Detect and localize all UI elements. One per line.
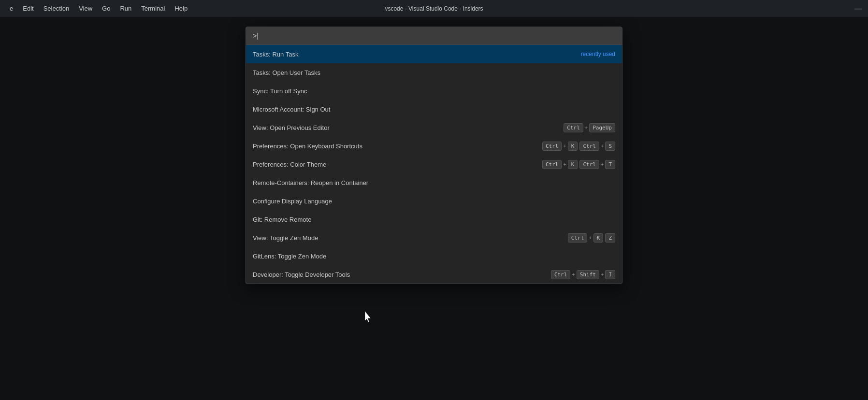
kbd-group-2: Ctrl + S	[579, 142, 615, 151]
command-input-wrapper	[246, 27, 622, 45]
kbd-group-2: Ctrl + T	[579, 160, 615, 169]
command-item-label: Sync: Turn off Sync	[253, 87, 615, 95]
command-item-tasks-run-task[interactable]: Tasks: Run Task recently used	[246, 45, 622, 63]
kbd-plus: +	[563, 161, 566, 167]
command-item-label: Preferences: Color Theme	[253, 161, 542, 168]
command-item-shortcut: Ctrl + Shift + I	[551, 270, 615, 279]
kbd-group-dev: Ctrl + Shift + I	[551, 270, 615, 279]
command-item-remote-reopen[interactable]: Remote-Containers: Reopen in Container	[246, 173, 622, 192]
command-item-shortcut: Ctrl + K Ctrl + S	[542, 142, 615, 151]
command-item-label: View: Toggle Zen Mode	[253, 234, 568, 242]
kbd-k: K	[568, 142, 578, 151]
menu-item-edit[interactable]: Edit	[19, 3, 37, 14]
command-palette-overlay: Tasks: Run Task recently used Tasks: Ope…	[0, 17, 868, 400]
command-item-label: GitLens: Toggle Zen Mode	[253, 253, 615, 260]
command-input[interactable]	[250, 30, 618, 42]
command-item-label: Microsoft Account: Sign Out	[253, 106, 615, 113]
command-item-label: Developer: Toggle Developer Tools	[253, 271, 551, 278]
command-item-prefs-keyboard[interactable]: Preferences: Open Keyboard Shortcuts Ctr…	[246, 137, 622, 155]
kbd-plus: +	[589, 235, 592, 241]
kbd-ctrl: Ctrl	[579, 142, 599, 151]
kbd-i: I	[605, 270, 615, 279]
command-item-label: View: Open Previous Editor	[253, 124, 564, 131]
menu-item-file[interactable]: e	[6, 3, 17, 14]
command-item-label: Preferences: Open Keyboard Shortcuts	[253, 143, 542, 150]
kbd-plus: +	[601, 271, 604, 277]
command-item-sync-turn-off[interactable]: Sync: Turn off Sync	[246, 82, 622, 100]
main-content: Tasks: Run Task recently used Tasks: Ope…	[0, 17, 868, 400]
kbd-ctrl: Ctrl	[568, 233, 588, 243]
minimize-button[interactable]: —	[854, 4, 862, 13]
command-item-right: recently used	[581, 51, 615, 57]
kbd-t: T	[605, 160, 615, 169]
kbd-plus: +	[601, 161, 604, 167]
command-item-tasks-open-user-tasks[interactable]: Tasks: Open User Tasks	[246, 63, 622, 82]
command-item-gitlens-toggle-zen[interactable]: GitLens: Toggle Zen Mode	[246, 247, 622, 265]
command-item-microsoft-sign-out[interactable]: Microsoft Account: Sign Out	[246, 100, 622, 118]
command-item-view-open-prev-editor[interactable]: View: Open Previous Editor Ctrl + PageUp	[246, 118, 622, 137]
kbd-ctrl: Ctrl	[564, 123, 583, 132]
kbd-plus: +	[563, 143, 566, 149]
kbd-ctrl: Ctrl	[551, 270, 571, 279]
command-item-shortcut: Ctrl + K Ctrl + T	[542, 160, 615, 169]
command-item-label: Tasks: Open User Tasks	[253, 69, 615, 76]
command-item-label: Git: Remove Remote	[253, 216, 615, 223]
menu-item-terminal[interactable]: Terminal	[137, 3, 169, 14]
kbd-plus: +	[585, 125, 588, 130]
command-palette: Tasks: Run Task recently used Tasks: Ope…	[246, 27, 622, 284]
recently-used-badge: recently used	[581, 51, 615, 57]
kbd-group-1: Ctrl + K	[568, 233, 604, 243]
menu-item-help[interactable]: Help	[171, 3, 191, 14]
kbd-ctrl: Ctrl	[579, 160, 599, 169]
kbd-group: Ctrl + PageUp	[564, 123, 615, 132]
command-item-configure-display-language[interactable]: Configure Display Language	[246, 192, 622, 210]
kbd-group-1: Ctrl + K	[542, 160, 578, 169]
menu-item-go[interactable]: Go	[98, 3, 114, 14]
command-item-shortcut: Ctrl + K Z	[568, 233, 615, 243]
titlebar: e Edit Selection View Go Run Terminal He…	[0, 0, 868, 17]
menu-item-run[interactable]: Run	[116, 3, 135, 14]
menu-item-selection[interactable]: Selection	[40, 3, 73, 14]
kbd-pageup: PageUp	[589, 123, 615, 132]
command-item-dev-toggle-tools[interactable]: Developer: Toggle Developer Tools Ctrl +…	[246, 265, 622, 284]
command-list: Tasks: Run Task recently used Tasks: Ope…	[246, 45, 622, 284]
kbd-k: K	[568, 160, 578, 169]
kbd-ctrl: Ctrl	[542, 160, 562, 169]
command-item-view-toggle-zen[interactable]: View: Toggle Zen Mode Ctrl + K Z	[246, 229, 622, 247]
command-item-label: Remote-Containers: Reopen in Container	[253, 179, 615, 186]
kbd-plus: +	[601, 143, 604, 149]
kbd-k: K	[593, 233, 604, 243]
kbd-ctrl: Ctrl	[542, 142, 562, 151]
command-item-label: Tasks: Run Task	[253, 51, 581, 58]
kbd-z: Z	[605, 233, 615, 243]
command-item-shortcut: Ctrl + PageUp	[564, 123, 615, 132]
window-title: vscode - Visual Studio Code - Insiders	[385, 5, 483, 12]
kbd-plus: +	[572, 271, 575, 277]
kbd-shift: Shift	[577, 270, 599, 279]
command-item-label: Configure Display Language	[253, 198, 615, 205]
command-item-git-remove-remote[interactable]: Git: Remove Remote	[246, 210, 622, 229]
kbd-group-1: Ctrl + K	[542, 142, 578, 151]
menu-item-view[interactable]: View	[75, 3, 96, 14]
window-controls: —	[854, 4, 862, 13]
command-item-prefs-color-theme[interactable]: Preferences: Color Theme Ctrl + K Ctrl +…	[246, 155, 622, 173]
kbd-s: S	[605, 142, 615, 151]
kbd-group-2: Z	[605, 233, 615, 243]
